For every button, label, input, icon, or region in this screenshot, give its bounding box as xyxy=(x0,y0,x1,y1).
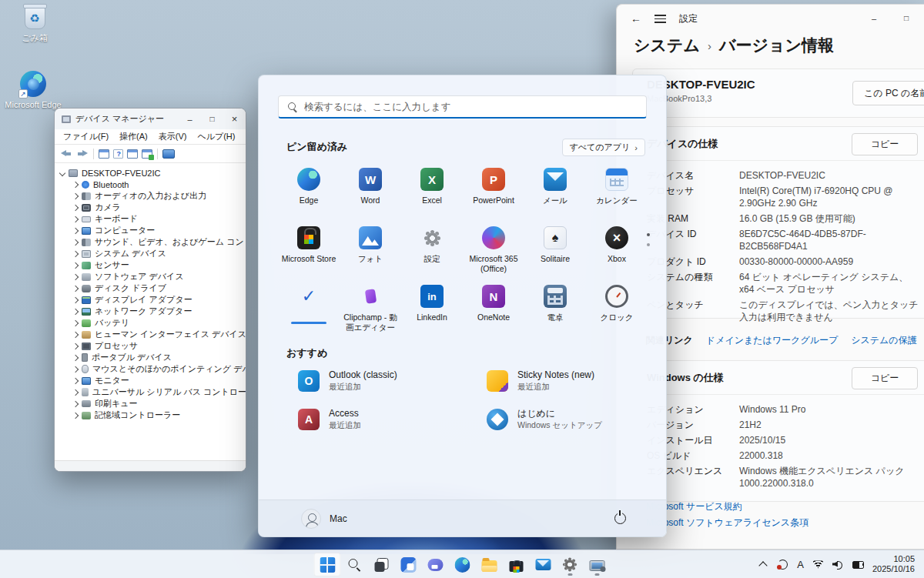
maximize-icon[interactable] xyxy=(899,14,913,22)
close-icon[interactable] xyxy=(223,109,246,129)
pinned-app[interactable]: W Word xyxy=(340,162,401,220)
pinned-app[interactable]: × Xbox xyxy=(586,220,648,279)
pinned-app[interactable]: クロック xyxy=(586,279,648,337)
expand-chevron-icon[interactable] xyxy=(72,319,79,326)
win-console2-icon[interactable] xyxy=(127,149,138,159)
expand-chevron-icon[interactable] xyxy=(72,308,79,314)
minimize-icon[interactable] xyxy=(179,109,201,129)
menu-item[interactable]: 表示(V) xyxy=(153,131,192,142)
expand-chevron-icon[interactable] xyxy=(72,250,79,256)
pinned-app[interactable]: N OneNote xyxy=(463,279,524,337)
expand-chevron-icon[interactable] xyxy=(72,215,79,222)
expand-chevron-icon[interactable] xyxy=(72,331,79,337)
recommended-item[interactable]: Sticky Notes (new) 最近追加 xyxy=(482,362,671,400)
device-tree-row[interactable]: モニター xyxy=(55,375,246,386)
win-help-icon[interactable] xyxy=(113,149,123,159)
power-icon[interactable] xyxy=(614,513,626,524)
device-tree-row[interactable]: キーボード xyxy=(55,213,246,225)
expand-chevron-icon[interactable] xyxy=(72,400,79,406)
device-tree-row[interactable]: ディスク ドライブ xyxy=(55,282,246,294)
expand-chevron-icon[interactable] xyxy=(72,262,79,268)
maximize-icon[interactable] xyxy=(201,109,223,129)
recommended-item[interactable]: O Outlook (classic) 最近追加 xyxy=(293,362,482,400)
taskbar-button[interactable] xyxy=(557,553,584,576)
device-tree-row[interactable]: コンピューター xyxy=(55,225,246,236)
ime-icon[interactable]: A xyxy=(797,560,804,570)
back-icon[interactable] xyxy=(631,12,641,25)
device-tree-row[interactable]: カメラ xyxy=(55,202,246,213)
expand-chevron-icon[interactable] xyxy=(72,366,79,372)
pinned-app[interactable]: 設定 xyxy=(401,220,463,279)
menu-item[interactable]: 操作(A) xyxy=(114,131,153,142)
device-tree-row[interactable]: マウスとそのほかのポインティング デバイス xyxy=(55,363,246,375)
scan-hw-icon[interactable] xyxy=(142,149,152,159)
expand-chevron-icon[interactable] xyxy=(72,227,79,233)
expand-chevron-icon[interactable] xyxy=(59,169,65,175)
settings-link[interactable]: ドメインまたはワークグループ xyxy=(706,334,838,347)
pinned-app[interactable]: X Excel xyxy=(401,162,463,220)
menu-item[interactable]: ファイル(F) xyxy=(58,131,114,142)
settings-link[interactable]: システムの保護 xyxy=(851,334,916,347)
pinned-app[interactable]: P PowerPoint xyxy=(463,162,524,220)
battery-icon[interactable] xyxy=(852,560,864,570)
taskbar-button[interactable] xyxy=(422,553,449,576)
taskbar-button[interactable] xyxy=(584,553,611,576)
expand-chevron-icon[interactable] xyxy=(72,285,79,291)
pinned-page-indicator[interactable] xyxy=(647,233,650,246)
pinned-app[interactable]: in LinkedIn xyxy=(401,279,463,337)
device-tree-row[interactable]: ヒューマン インターフェイス デバイス xyxy=(55,329,246,340)
taskbar-button[interactable] xyxy=(341,553,368,576)
expand-chevron-icon[interactable] xyxy=(72,273,79,279)
recommended-item[interactable]: はじめに Windows セットアップ xyxy=(482,400,671,439)
device-tree-row[interactable]: オーディオの入力および出力 xyxy=(55,190,246,202)
expand-chevron-icon[interactable] xyxy=(72,389,79,395)
breadcrumb-parent[interactable]: システム xyxy=(634,35,700,56)
settings-titlebar[interactable]: 設定 xyxy=(617,5,924,32)
copy-button[interactable]: コピー xyxy=(852,367,918,389)
nav-back-icon[interactable] xyxy=(60,148,72,159)
copy-button[interactable]: コピー xyxy=(852,133,918,155)
expand-chevron-icon[interactable] xyxy=(72,377,79,383)
pinned-app[interactable]: Edge xyxy=(278,162,340,220)
search-input[interactable] xyxy=(304,102,638,112)
device-manager-titlebar[interactable]: デバイス マネージャー xyxy=(55,109,246,129)
expand-chevron-icon[interactable] xyxy=(72,181,79,187)
settings-link[interactable]: Microsoft サービス規約 xyxy=(646,500,808,513)
page-dot[interactable] xyxy=(647,243,650,246)
remote-desktop-icon[interactable] xyxy=(162,149,175,159)
recommended-item[interactable]: A Access 最近追加 xyxy=(293,400,482,439)
all-apps-button[interactable]: すべてのアプリ › xyxy=(562,139,645,156)
tb-sep-icon[interactable] xyxy=(157,149,158,159)
page-dot[interactable] xyxy=(647,233,650,236)
taskbar-button[interactable] xyxy=(476,553,503,576)
device-tree-row[interactable]: システム デバイス xyxy=(55,248,246,259)
desktop-icon-edge[interactable]: ↗ Microsoft Edge xyxy=(3,71,63,109)
taskbar-button[interactable] xyxy=(368,553,395,576)
taskbar-button[interactable] xyxy=(503,553,530,576)
start-search-box[interactable] xyxy=(278,95,647,119)
expand-chevron-icon[interactable] xyxy=(72,296,79,302)
taskbar-button[interactable] xyxy=(449,553,476,576)
user-account-button[interactable]: Mac xyxy=(301,509,347,529)
volume-icon[interactable] xyxy=(832,560,844,570)
pinned-app[interactable]: カレンダー xyxy=(586,162,648,220)
pinned-app[interactable]: Microsoft Store xyxy=(278,220,340,279)
device-tree-row[interactable]: バッテリ xyxy=(55,317,246,329)
pinned-app[interactable]: Microsoft 365 (Office) xyxy=(463,220,524,279)
device-tree-row[interactable]: ソフトウェア デバイス xyxy=(55,271,246,282)
pinned-app[interactable]: フォト xyxy=(340,220,401,279)
tb-sep-icon[interactable] xyxy=(93,149,94,159)
device-tree-row[interactable]: 記憶域コントローラー xyxy=(55,409,246,421)
pinned-app[interactable]: ✓ xyxy=(278,279,340,337)
pinned-app[interactable]: Clipchamp - 動画エディター xyxy=(340,279,401,337)
nav-forward-icon[interactable] xyxy=(76,148,89,159)
menu-item[interactable]: ヘルプ(H) xyxy=(192,131,240,142)
device-tree-row[interactable]: プロセッサ xyxy=(55,340,246,352)
desktop-icon-recycle-bin[interactable]: ♻ ごみ箱 xyxy=(5,6,65,44)
expand-chevron-icon[interactable] xyxy=(72,204,79,210)
wifi-icon[interactable] xyxy=(812,560,824,569)
chevron-up-icon[interactable] xyxy=(757,560,768,570)
taskbar-button[interactable] xyxy=(395,553,422,576)
device-tree-row[interactable]: ポータブル デバイス xyxy=(55,352,246,363)
minimize-icon[interactable] xyxy=(867,14,881,23)
